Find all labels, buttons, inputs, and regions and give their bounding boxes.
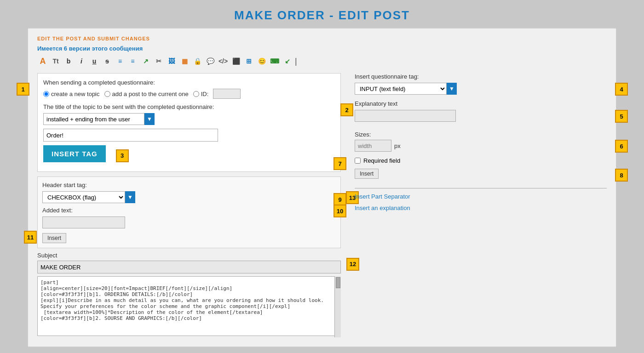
radio-new-topic[interactable]: create a new topic (43, 91, 100, 97)
title-dropdown-container: installed + ending from the user ▼ 2 (43, 113, 335, 125)
image-icon[interactable]: 🖼 (166, 56, 177, 67)
header-dropdown-container: CHECKBOX (flag) ▼ 13 (42, 191, 336, 203)
radio-add-post-input[interactable] (104, 91, 110, 97)
video-icon[interactable]: ▦ (179, 56, 190, 67)
header-dropdown-arrow[interactable]: ▼ (125, 191, 135, 203)
required-row: 7 Required field (355, 157, 607, 164)
annotation-1: 1 (17, 83, 29, 96)
annotation-7: 7 (334, 157, 346, 170)
id-input[interactable] (213, 89, 241, 99)
italic-icon[interactable]: i (76, 56, 87, 67)
title-dropdown[interactable]: installed + ending from the user (43, 113, 144, 125)
code-icon[interactable]: </> (218, 56, 229, 67)
main-container: EDIT THE POST AND SUBMIT CHANGES Имеется… (28, 28, 616, 347)
px-label: px (394, 142, 401, 149)
annotation-6: 6 (615, 140, 628, 153)
subject-input[interactable] (37, 261, 341, 273)
color-grid-icon[interactable]: ⬛ (230, 56, 242, 67)
questionnaire-tag-label: Insert questionnaire tag: (355, 73, 607, 80)
header-dropdown[interactable]: CHECKBOX (flag) (42, 191, 125, 203)
added-text-label: Added text: (42, 207, 336, 214)
rp-dropdown-container: INPUT (text field) ▼ 4 (355, 83, 607, 95)
insert-explanation-link[interactable]: Insert an explanation (355, 205, 607, 211)
insert-tag-button[interactable]: INSERT TAG (43, 145, 106, 162)
annotation-10: 10 (334, 205, 346, 217)
questionnaire-section: 1 When sending a completed questionnaire… (37, 73, 341, 172)
annotation-9: 9 (334, 193, 346, 206)
emoji-icon[interactable]: 😊 (256, 56, 267, 67)
font-a-icon[interactable]: A (37, 56, 48, 67)
title-dropdown-arrow[interactable]: ▼ (144, 113, 155, 125)
align-left-icon[interactable]: ≡ (115, 56, 126, 67)
sizes-label: Sizes: (355, 131, 607, 138)
required-label: Required field (363, 157, 400, 164)
bar-icon: | (295, 57, 297, 66)
toolbar: A Tt b i u s ≡ ≡ ↗ ✂ 🖼 ▦ 🔒 💬 </> ⬛ ⊞ 😊 ⌨… (37, 56, 607, 67)
page-title: MAKE ORDER - EDIT POST (0, 0, 644, 28)
rp-dropdown-arrow[interactable]: ▼ (447, 83, 457, 95)
underline-icon[interactable]: u (89, 56, 100, 67)
explanatory-text-label: Explanatory text (355, 100, 607, 107)
annotation-12: 12 (346, 258, 359, 271)
arrow-down-left-icon[interactable]: ↙ (282, 56, 293, 67)
subject-section: Subject 12 (37, 252, 341, 276)
lock-icon[interactable]: 🔒 (192, 56, 203, 67)
annotation-8: 8 (615, 169, 628, 182)
questionnaire-label: When sending a completed questionnaire: (43, 79, 335, 86)
link-icon[interactable]: ↗ (140, 56, 151, 67)
code-area-wrapper: [part] [align=center][size=20][font=Impa… (37, 276, 341, 337)
cut-icon[interactable]: ✂ (153, 56, 164, 67)
rp-insert-button[interactable]: Insert (355, 169, 379, 179)
added-text-input[interactable] (42, 216, 125, 228)
separator-wrapper: 9 Insert Part Separator (355, 193, 607, 200)
radio-add-post[interactable]: add a post to the current one (104, 91, 189, 97)
insert-tag-wrapper: INSERT TAG 3 (43, 145, 106, 166)
right-panel: Insert questionnaire tag: INPUT (text fi… (350, 73, 607, 337)
title-section: The title of the topic to be sent with t… (43, 103, 335, 145)
radio-new-topic-input[interactable] (43, 91, 49, 97)
left-panel: 1 When sending a completed questionnaire… (37, 73, 341, 337)
comment-icon[interactable]: 💬 (205, 56, 216, 67)
title-text-input[interactable] (43, 129, 218, 142)
insert-header-button[interactable]: Insert (42, 233, 66, 243)
title-label: The title of the topic to be sent with t… (43, 103, 335, 110)
content-area: 1 When sending a completed questionnaire… (37, 73, 607, 337)
tt-icon[interactable]: Tt (50, 56, 61, 67)
insert-separator-link[interactable]: Insert Part Separator (355, 193, 607, 200)
explanatory-text-input[interactable] (355, 110, 456, 122)
bold-icon[interactable]: b (63, 56, 74, 67)
questionnaire-tag-dropdown[interactable]: INPUT (text field) (355, 83, 447, 95)
section-title: EDIT THE POST AND SUBMIT CHANGES (37, 36, 607, 41)
keyboard-icon[interactable]: ⌨ (269, 56, 280, 67)
table-icon[interactable]: ⊞ (243, 56, 254, 67)
radio-id-input[interactable] (193, 91, 199, 97)
annotation-4: 4 (615, 83, 628, 96)
explanation-wrapper: 10 Insert an explanation (355, 205, 607, 211)
header-label: Header start tag: (42, 182, 336, 188)
divider (355, 188, 607, 188)
subject-label: Subject (37, 252, 341, 259)
radio-id[interactable]: ID: (193, 91, 209, 97)
code-textarea[interactable]: [part] [align=center][size=20][font=Impa… (37, 276, 341, 336)
strikethrough-icon[interactable]: s (102, 56, 113, 67)
version-text: Имеется 6 версии этого сообщения (37, 45, 607, 52)
align-right-icon[interactable]: ≡ (127, 56, 138, 67)
width-input[interactable] (355, 140, 391, 152)
page-wrapper: MAKE ORDER - EDIT POST EDIT THE POST AND… (0, 0, 644, 347)
annotation-5: 5 (615, 110, 628, 123)
annotation-3: 3 (116, 149, 129, 162)
header-section: Header start tag: CHECKBOX (flag) ▼ 13 A… (37, 176, 341, 248)
required-checkbox[interactable] (355, 158, 361, 164)
annotation-2: 2 (340, 103, 353, 116)
radio-group: create a new topic add a post to the cur… (43, 89, 335, 99)
annotation-11: 11 (24, 231, 37, 244)
